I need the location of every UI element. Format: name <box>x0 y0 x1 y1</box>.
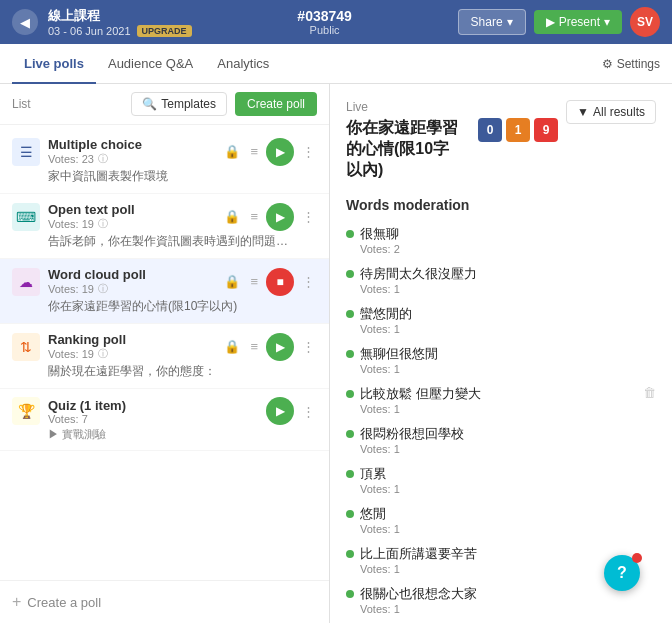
word-label: 待房間太久很沒壓力 <box>360 265 477 283</box>
main-content: List 🔍 Templates Create poll ☰ Multiple … <box>0 84 672 623</box>
word-item: 蠻悠閒的 Votes: 1 <box>346 305 656 335</box>
play-button[interactable]: ▶ <box>266 397 294 425</box>
play-button[interactable]: ▶ <box>266 203 294 231</box>
help-button-wrapper: ? <box>620 571 656 607</box>
poll-icon-ranking: ⇅ <box>12 333 40 361</box>
share-chevron-icon: ▾ <box>507 15 513 29</box>
poll-item-header: ⇅ Ranking poll Votes: 19 ⓘ 🔒 ≡ ▶ ⋮ <box>12 332 317 361</box>
lock-icon[interactable]: 🔒 <box>222 272 242 291</box>
ranking-icon: ⇅ <box>20 339 32 355</box>
lock-icon[interactable]: 🔒 <box>222 337 242 356</box>
poll-item-ranking[interactable]: ⇅ Ranking poll Votes: 19 ⓘ 🔒 ≡ ▶ ⋮ <box>0 324 329 389</box>
templates-label: Templates <box>161 97 216 111</box>
info-icon: ⓘ <box>98 347 108 361</box>
tab-analytics[interactable]: Analytics <box>205 44 281 84</box>
polls-list: ☰ Multiple choice Votes: 23 ⓘ 🔒 ≡ ▶ ⋮ <box>0 125 329 580</box>
word-dot <box>346 550 354 558</box>
word-dot <box>346 510 354 518</box>
word-dot <box>346 270 354 278</box>
tab-analytics-label: Analytics <box>217 56 269 71</box>
word-text: 無聊但很悠閒 <box>346 345 656 363</box>
reorder-icon[interactable]: ≡ <box>248 142 260 161</box>
word-item: 悠閒 Votes: 1 <box>346 505 656 535</box>
question-section: Live 你在家遠距學習的心情(限10字以內) 0 1 9 ▼ <box>346 100 656 181</box>
more-icon[interactable]: ⋮ <box>300 337 317 356</box>
quiz-expand[interactable]: ▶ 實戰測驗 <box>12 427 317 442</box>
stop-button[interactable]: ■ <box>266 268 294 296</box>
word-item: 比較放鬆 但壓力變大 Votes: 1 🗑 <box>346 385 656 415</box>
more-icon[interactable]: ⋮ <box>300 272 317 291</box>
poll-title: Quiz (1 item) <box>48 398 258 413</box>
lock-icon[interactable]: 🔒 <box>222 142 242 161</box>
avatar[interactable]: SV <box>630 7 660 37</box>
more-icon[interactable]: ⋮ <box>300 142 317 161</box>
play-button[interactable]: ▶ <box>266 138 294 166</box>
help-button[interactable]: ? <box>604 555 640 591</box>
notification-dot <box>632 553 642 563</box>
create-poll-bottom[interactable]: + Create a poll <box>0 580 329 623</box>
settings-link[interactable]: ⚙ Settings <box>602 57 660 71</box>
create-poll-bottom-label: Create a poll <box>27 595 101 610</box>
poll-icon-multiple-choice: ☰ <box>12 138 40 166</box>
vote-count-1: 1 <box>506 118 530 142</box>
poll-votes: Votes: 19 ⓘ <box>48 347 214 361</box>
reorder-icon[interactable]: ≡ <box>248 337 260 356</box>
word-label: 無聊但很悠閒 <box>360 345 438 363</box>
present-play-icon: ▶ <box>546 15 555 29</box>
poll-item-quiz[interactable]: 🏆 Quiz (1 item) Votes: 7 ▶ ⋮ ▶ 實戰測驗 <box>0 389 329 451</box>
poll-actions: ▶ ⋮ <box>266 397 317 425</box>
word-dot <box>346 230 354 238</box>
templates-button[interactable]: 🔍 Templates <box>131 92 227 116</box>
tab-audience-qa-label: Audience Q&A <box>108 56 193 71</box>
reorder-icon[interactable]: ≡ <box>248 207 260 226</box>
session-info: #038749 Public <box>297 8 352 36</box>
poll-icon-open-text: ⌨ <box>12 203 40 231</box>
word-item: 無聊但很悠閒 Votes: 1 <box>346 345 656 375</box>
word-dot <box>346 470 354 478</box>
delete-icon[interactable]: 🗑 <box>643 385 656 400</box>
word-text: 很悶粉很想回學校 <box>346 425 656 443</box>
moderation-title: Words moderation <box>346 197 656 213</box>
word-text: 很無聊 <box>346 225 656 243</box>
word-votes: Votes: 1 <box>346 403 656 415</box>
plus-icon: + <box>12 593 21 611</box>
all-results-button[interactable]: ▼ All results <box>566 100 656 124</box>
left-panel: List 🔍 Templates Create poll ☰ Multiple … <box>0 84 330 623</box>
poll-item-open-text[interactable]: ⌨ Open text poll Votes: 19 ⓘ 🔒 ≡ ▶ ⋮ <box>0 194 329 259</box>
create-poll-button[interactable]: Create poll <box>235 92 317 116</box>
word-text: 蠻悠閒的 <box>346 305 656 323</box>
vote-count-0: 0 <box>478 118 502 142</box>
upgrade-badge[interactable]: UPGRADE <box>137 25 192 37</box>
present-button[interactable]: ▶ Present ▾ <box>534 10 622 34</box>
cloud-icon: ☁ <box>19 274 33 290</box>
reorder-icon[interactable]: ≡ <box>248 272 260 291</box>
word-dot <box>346 310 354 318</box>
play-button[interactable]: ▶ <box>266 333 294 361</box>
course-title: 線上課程 <box>48 7 192 25</box>
question-block: Live 你在家遠距學習的心情(限10字以內) 0 1 9 <box>346 100 558 181</box>
vote-count-2: 9 <box>534 118 558 142</box>
more-icon[interactable]: ⋮ <box>300 402 317 421</box>
poll-title: Word cloud poll <box>48 267 214 282</box>
tab-live-polls[interactable]: Live polls <box>12 44 96 84</box>
back-button[interactable]: ◀ <box>12 9 38 35</box>
right-toolbar: ▼ All results <box>566 100 656 124</box>
word-dot <box>346 350 354 358</box>
poll-item-word-cloud[interactable]: ☁ Word cloud poll Votes: 19 ⓘ 🔒 ≡ ■ ⋮ <box>0 259 329 324</box>
share-button[interactable]: Share ▾ <box>458 9 526 35</box>
word-label: 很悶粉很想回學校 <box>360 425 464 443</box>
tab-audience-qa[interactable]: Audience Q&A <box>96 44 205 84</box>
back-icon: ◀ <box>20 15 30 30</box>
word-votes: Votes: 1 <box>346 483 656 495</box>
poll-actions: 🔒 ≡ ▶ ⋮ <box>222 203 317 231</box>
lock-icon[interactable]: 🔒 <box>222 207 242 226</box>
poll-meta: Open text poll Votes: 19 ⓘ <box>48 202 214 231</box>
search-icon: 🔍 <box>142 97 157 111</box>
poll-icon-word-cloud: ☁ <box>12 268 40 296</box>
word-label: 悠閒 <box>360 505 386 523</box>
word-item: 待房間太久很沒壓力 Votes: 1 <box>346 265 656 295</box>
word-label: 很關心也很想念大家 <box>360 585 477 603</box>
poll-item-multiple-choice[interactable]: ☰ Multiple choice Votes: 23 ⓘ 🔒 ≡ ▶ ⋮ <box>0 129 329 194</box>
more-icon[interactable]: ⋮ <box>300 207 317 226</box>
word-label: 頂累 <box>360 465 386 483</box>
